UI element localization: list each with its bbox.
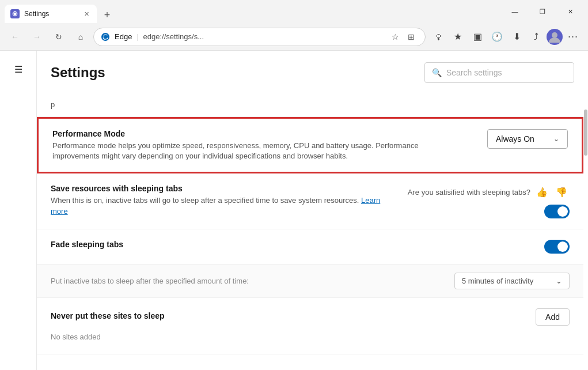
favorites-toolbar-icon[interactable]: ★ xyxy=(449,28,467,46)
add-site-button[interactable]: Add xyxy=(536,308,570,326)
sleeping-tabs-right: Are you satisified with sleeping tabs? 👍… xyxy=(408,184,570,218)
performance-mode-dropdown-value: Always On xyxy=(496,134,534,144)
settings-header: Settings 🔍 Search settings xyxy=(37,51,588,92)
thumbs-down-icon[interactable]: 👎 xyxy=(553,184,570,200)
fade-sleeping-tabs-left: Fade sleeping tabs xyxy=(51,240,535,251)
settings-tab[interactable]: Settings ✕ xyxy=(5,5,97,23)
fade-sleeping-tabs-toggle[interactable] xyxy=(544,240,570,254)
inactive-tabs-dropdown[interactable]: 5 minutes of inactivity ⌄ xyxy=(454,273,570,289)
search-placeholder-text: Search settings xyxy=(446,68,502,77)
address-bar[interactable]: Edge | edge://settings/s... ☆ ⊞ xyxy=(93,28,426,46)
close-button[interactable]: ✕ xyxy=(557,3,583,20)
performance-mode-item: Performance Mode Performance mode helps … xyxy=(37,117,583,173)
sleeping-tabs-left: Save resources with sleeping tabs When t… xyxy=(51,184,399,216)
partial-section-top: p xyxy=(37,92,583,117)
tab-close-button[interactable]: ✕ xyxy=(82,9,91,18)
performance-mode-chevron-icon: ⌄ xyxy=(553,135,559,143)
tab-title-text: Settings xyxy=(24,10,77,18)
navigation-bar: ← → ↻ ⌂ Edge | edge://settings/s... ☆ ⊞ … xyxy=(0,23,588,51)
never-sleep-item: Never put these sites to sleep Add No si… xyxy=(37,298,583,354)
scrollbar-thumb[interactable] xyxy=(584,110,587,156)
title-bar: Settings ✕ + — ❐ ✕ xyxy=(0,0,588,23)
profile-avatar[interactable] xyxy=(547,29,563,45)
svg-point-1 xyxy=(14,13,16,15)
address-bar-icons: ☆ ⊞ xyxy=(388,30,418,44)
partial-text: p xyxy=(51,100,55,109)
edge-logo-icon xyxy=(101,32,110,41)
feedback-icons: Are you satisified with sleeping tabs? 👍… xyxy=(408,184,570,200)
no-sites-text: No sites added xyxy=(51,330,101,343)
performance-mode-right: Always On ⌄ xyxy=(487,129,568,149)
share-icon[interactable]: ⤴ xyxy=(527,28,545,46)
settings-title: Settings xyxy=(51,65,105,81)
fade-sleeping-tabs-right xyxy=(544,240,570,254)
home-button[interactable]: ⌂ xyxy=(71,28,90,46)
window-controls: — ❐ ✕ xyxy=(502,3,583,20)
performance-mode-dropdown[interactable]: Always On ⌄ xyxy=(487,129,568,149)
svg-point-3 xyxy=(552,32,557,38)
sidebar: ☰ xyxy=(0,51,37,370)
address-brand-text: Edge xyxy=(115,32,132,41)
sleeping-tabs-description: When this is on, inactive tabs will go t… xyxy=(51,195,399,216)
never-sleep-title: Never put these sites to sleep xyxy=(51,311,165,320)
performance-mode-left: Performance Mode Performance mode helps … xyxy=(52,129,478,161)
inactive-tabs-label: Put inactive tabs to sleep after the spe… xyxy=(51,277,249,285)
sleeping-tabs-toggle[interactable] xyxy=(544,205,570,218)
extensions-icon[interactable]: ⧬ xyxy=(429,28,447,46)
performance-mode-description: Performance mode helps you optimize spee… xyxy=(52,141,467,161)
thumbs-up-icon[interactable]: 👍 xyxy=(534,184,550,200)
settings-scroll-content: p Performance Mode Performance mode help… xyxy=(37,92,583,370)
tab-favicon-icon xyxy=(10,9,20,18)
collections-icon[interactable]: ⊞ xyxy=(404,30,418,44)
tab-bar: Settings ✕ + xyxy=(5,0,497,23)
sleeping-tabs-item: Save resources with sleeping tabs When t… xyxy=(37,173,583,229)
fade-sleeping-tabs-title: Fade sleeping tabs xyxy=(51,240,535,249)
inactive-tabs-dropdown-value: 5 minutes of inactivity xyxy=(462,277,533,285)
history-icon[interactable]: 🕐 xyxy=(488,28,506,46)
downloads-icon[interactable]: ⬇ xyxy=(507,28,526,46)
favorites-icon[interactable]: ☆ xyxy=(388,30,402,44)
performance-mode-title: Performance Mode xyxy=(52,129,478,138)
address-separator: | xyxy=(136,33,138,41)
back-button[interactable]: ← xyxy=(6,28,24,46)
toolbar-icons: ⧬ ★ ▣ 🕐 ⬇ ⤴ ··· xyxy=(429,28,582,46)
inactive-tabs-chevron-icon: ⌄ xyxy=(556,277,562,285)
search-settings-bar[interactable]: 🔍 Search settings xyxy=(424,62,574,83)
settings-panel: Settings 🔍 Search settings p Perfo xyxy=(37,51,588,370)
restore-button[interactable]: ❐ xyxy=(529,3,556,20)
new-tab-button[interactable]: + xyxy=(99,7,115,23)
sleeping-tabs-title: Save resources with sleeping tabs xyxy=(51,184,399,193)
scrollbar-track[interactable] xyxy=(583,92,588,370)
more-tools-button[interactable]: ··· xyxy=(564,28,582,46)
sidebar-menu-button[interactable]: ☰ xyxy=(7,58,30,81)
never-sleep-header: Never put these sites to sleep Add xyxy=(51,308,570,326)
inactive-tabs-item: Put inactive tabs to sleep after the spe… xyxy=(37,265,583,298)
svg-point-2 xyxy=(101,33,109,41)
fade-sleeping-tabs-item: Fade sleeping tabs xyxy=(37,229,583,265)
reload-button[interactable]: ↻ xyxy=(50,28,68,46)
settings-scroll-wrapper: p Performance Mode Performance mode help… xyxy=(37,92,588,370)
minimize-button[interactable]: — xyxy=(502,3,528,20)
wallet-icon[interactable]: ▣ xyxy=(468,28,487,46)
search-icon: 🔍 xyxy=(432,68,442,77)
main-content: ☰ Settings 🔍 Search settings p xyxy=(0,51,588,370)
browser-window: Settings ✕ + — ❐ ✕ ← → ↻ ⌂ Edge | edge:/… xyxy=(0,0,588,370)
feedback-label-text: Are you satisified with sleeping tabs? xyxy=(408,188,530,197)
address-url-text: edge://settings/s... xyxy=(143,32,204,41)
forward-button[interactable]: → xyxy=(28,28,46,46)
